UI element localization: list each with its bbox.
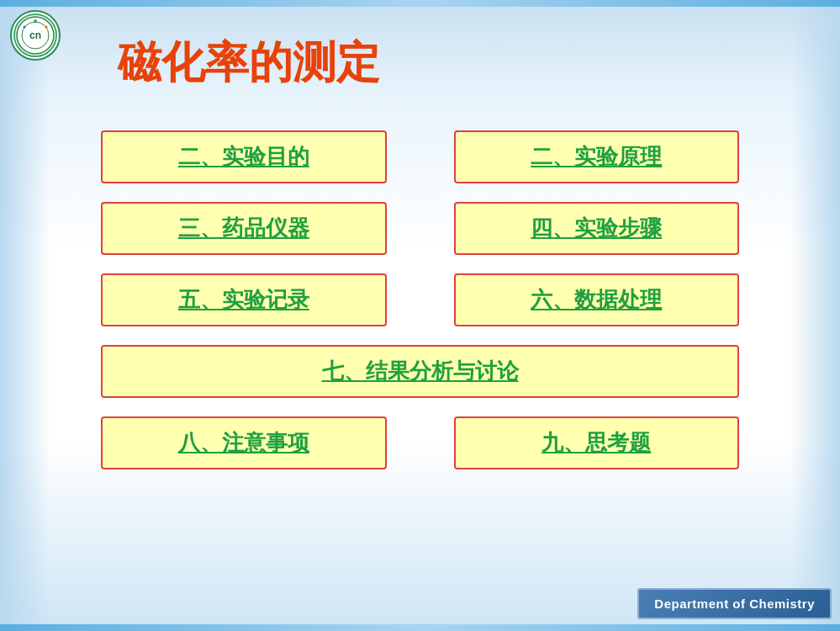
menu-item-9[interactable]: 九、思考题 [454,416,740,469]
dept-label: Department of Chemistry [637,588,832,619]
menu-item-3[interactable]: 三、药品仪器 [101,202,387,255]
svg-point-5 [24,26,26,29]
bottom-bar [0,624,840,631]
menu-item-1[interactable]: 二、实验目的 [101,130,387,183]
svg-point-3 [34,19,37,23]
menu-item-6[interactable]: 六、数据处理 [454,273,740,326]
top-bar [0,0,840,7]
menu-item-4[interactable]: 四、实验步骤 [454,202,740,255]
menu-item-2[interactable]: 二、实验原理 [454,130,740,183]
menu-grid: 二、实验目的 二、实验原理 三、药品仪器 四、实验步骤 五、实验记录 六、数据处… [101,130,739,469]
svg-point-4 [45,26,48,29]
menu-item-5[interactable]: 五、实验记录 [101,273,387,326]
menu-item-8[interactable]: 八、注意事项 [101,416,387,469]
menu-item-7[interactable]: 七、结果分析与讨论 [101,345,739,398]
page-title: 磁化率的测定 [0,34,840,93]
